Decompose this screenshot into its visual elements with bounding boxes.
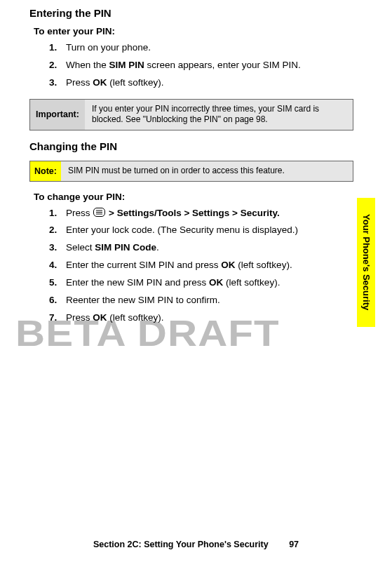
step-b5: 5. Enter the new SIM PIN and press OK (l… bbox=[49, 276, 353, 290]
important-body: If you enter your PIN incorrectly three … bbox=[85, 100, 353, 130]
step-number: 5. bbox=[49, 276, 66, 290]
step-number: 1. bbox=[49, 41, 66, 55]
step-b7: 7. Press OK (left softkey). bbox=[49, 311, 353, 326]
step-text: Press OK (left softkey). bbox=[66, 76, 164, 91]
step-text: Enter the current SIM PIN and press OK (… bbox=[66, 258, 292, 273]
step-text: Select SIM PIN Code. bbox=[66, 241, 159, 255]
step-number: 7. bbox=[49, 311, 66, 326]
footer-section: Section 2C: Setting Your Phone's Securit… bbox=[93, 540, 269, 549]
step-number: 4. bbox=[49, 258, 66, 273]
step-text: Press > Settings/Tools > Settings > Secu… bbox=[66, 206, 280, 221]
step-number: 2. bbox=[49, 58, 66, 73]
step-a3: 3. Press OK (left softkey). bbox=[49, 76, 353, 91]
note-body: SIM PIN must be turned on in order to ac… bbox=[61, 161, 353, 181]
step-text: Reenter the new SIM PIN to confirm. bbox=[66, 293, 220, 308]
step-b6: 6. Reenter the new SIM PIN to confirm. bbox=[49, 293, 353, 308]
menu-key-icon bbox=[93, 208, 105, 217]
step-text: Press OK (left softkey). bbox=[66, 311, 164, 326]
side-tab: Your Phone's Security bbox=[357, 198, 375, 327]
step-text: Enter the new SIM PIN and press OK (left… bbox=[66, 276, 280, 290]
step-number: 3. bbox=[49, 76, 66, 91]
step-number: 3. bbox=[49, 241, 66, 255]
important-label: Important: bbox=[30, 100, 85, 130]
step-number: 2. bbox=[49, 223, 66, 238]
step-text: When the SIM PIN screen appears, enter y… bbox=[66, 58, 301, 73]
step-b4: 4. Enter the current SIM PIN and press O… bbox=[49, 258, 353, 273]
lead-change-pin: To change your PIN: bbox=[34, 192, 353, 202]
step-b2: 2. Enter your lock code. (The Security m… bbox=[49, 223, 353, 238]
note-callout: Note: SIM PIN must be turned on in order… bbox=[29, 161, 353, 182]
step-text: Enter your lock code. (The Security menu… bbox=[66, 223, 298, 238]
heading-changing-pin: Changing the PIN bbox=[29, 140, 353, 152]
footer-page-number: 97 bbox=[289, 540, 299, 549]
step-number: 1. bbox=[49, 206, 66, 221]
step-number: 6. bbox=[49, 293, 66, 308]
step-b3: 3. Select SIM PIN Code. bbox=[49, 241, 353, 255]
note-label: Note: bbox=[30, 161, 61, 181]
step-b1: 1. Press > Settings/Tools > Settings > S… bbox=[49, 206, 353, 221]
step-text: Turn on your phone. bbox=[66, 41, 151, 55]
side-tab-label: Your Phone's Security bbox=[361, 214, 372, 310]
page-footer: Section 2C: Setting Your Phone's Securit… bbox=[0, 540, 392, 549]
step-a2: 2. When the SIM PIN screen appears, ente… bbox=[49, 58, 353, 73]
step-a1: 1. Turn on your phone. bbox=[49, 41, 353, 55]
important-callout: Important: If you enter your PIN incorre… bbox=[29, 99, 353, 130]
lead-enter-pin: To enter your PIN: bbox=[34, 26, 353, 36]
heading-entering-pin: Entering the PIN bbox=[29, 7, 353, 19]
